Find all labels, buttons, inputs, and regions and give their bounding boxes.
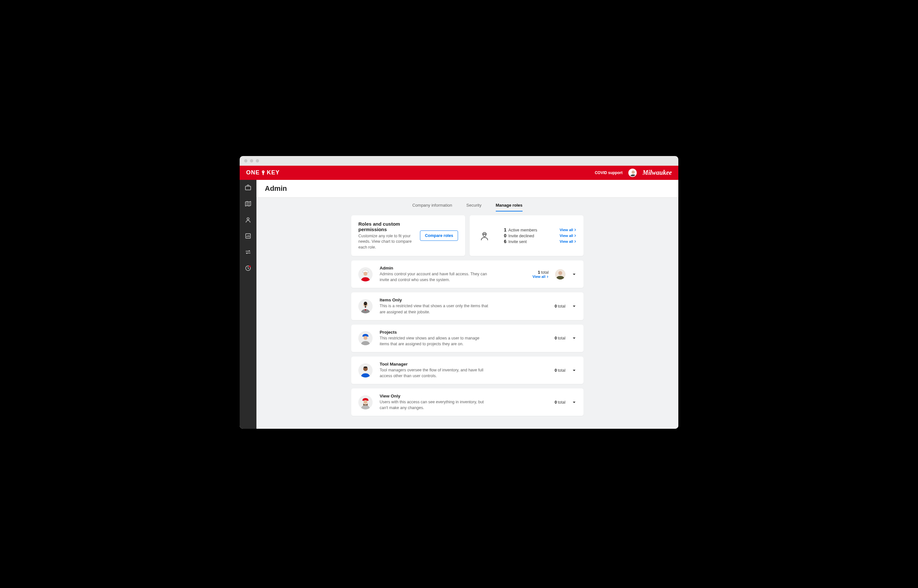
role-title: Admin xyxy=(380,266,525,270)
svg-point-10 xyxy=(559,271,562,275)
roles-permissions-heading: Roles and custom permissions xyxy=(358,221,415,232)
role-card-admin[interactable]: Admin Admins control your account and ha… xyxy=(351,260,583,288)
stat-count: 0 xyxy=(502,233,507,238)
topbar-right: COVID support Milwaukee xyxy=(595,169,672,177)
key-icon xyxy=(260,170,266,176)
role-body: Projects This restricted view shows and … xyxy=(380,330,547,347)
role-desc: Users with this access can see everythin… xyxy=(380,399,489,411)
role-card-projects[interactable]: Projects This restricted view shows and … xyxy=(351,325,583,352)
view-all-link[interactable]: View all xyxy=(560,239,576,243)
window-dot-minimize[interactable] xyxy=(250,159,253,163)
role-avatar-icon xyxy=(358,331,372,345)
stat-invite-sent: 6 Invite sent View all xyxy=(502,239,576,244)
partner-brand-logo[interactable]: Milwaukee xyxy=(643,169,672,176)
chevron-down-icon[interactable] xyxy=(572,400,576,405)
tab-manage-roles[interactable]: Manage roles xyxy=(496,203,523,212)
svg-point-5 xyxy=(249,265,251,267)
transfer-icon[interactable] xyxy=(244,248,252,256)
reports-icon[interactable] xyxy=(244,232,252,240)
chevron-down-icon[interactable] xyxy=(572,368,576,373)
tabs: Company information Security Manage role… xyxy=(256,198,678,212)
role-desc: Admins control your account and have ful… xyxy=(380,271,489,283)
role-title: Items Only xyxy=(380,297,547,302)
role-body: Admin Admins control your account and ha… xyxy=(380,266,525,283)
brand-right: KEY xyxy=(267,169,280,176)
role-total: 1total View all xyxy=(533,270,549,278)
chevron-down-icon[interactable] xyxy=(572,272,576,276)
covid-support-link[interactable]: COVID support xyxy=(595,171,623,175)
view-all-link[interactable]: View all xyxy=(560,228,576,232)
app-window: ONE KEY COVID support Milwaukee xyxy=(240,166,678,429)
stat-active-members: 1 Active members View all xyxy=(502,227,576,233)
browser-chrome xyxy=(240,156,678,166)
chevron-down-icon[interactable] xyxy=(572,336,576,341)
role-right: 0total xyxy=(554,336,576,341)
roles-permissions-card: Roles and custom permissions Customize a… xyxy=(351,215,465,256)
person-icon[interactable] xyxy=(244,216,252,224)
svg-point-15 xyxy=(364,336,368,340)
user-avatar[interactable] xyxy=(628,169,637,177)
device-frame: ONE KEY COVID support Milwaukee xyxy=(233,150,685,439)
role-right: 1total View all xyxy=(533,269,576,279)
content-column: Roles and custom permissions Customize a… xyxy=(351,212,583,429)
summary-row: Roles and custom permissions Customize a… xyxy=(351,215,583,256)
role-card-tool-manager[interactable]: Tool Manager Tool managers oversee the f… xyxy=(351,357,583,384)
window-dot-maximize[interactable] xyxy=(256,159,259,163)
svg-point-19 xyxy=(364,400,368,404)
role-title: Projects xyxy=(380,330,547,334)
role-avatar-icon xyxy=(358,299,372,313)
alert-clock-icon[interactable] xyxy=(244,264,252,272)
role-body: Tool Manager Tool managers oversee the f… xyxy=(380,362,547,379)
main-area: Admin Company information Security Manag… xyxy=(256,180,678,429)
shell: Admin Company information Security Manag… xyxy=(240,180,678,429)
role-card-items-only[interactable]: Items Only This is a restricted view tha… xyxy=(351,292,583,320)
stat-label: Invite sent xyxy=(508,239,527,244)
stat-count: 6 xyxy=(502,239,507,244)
chevron-down-icon[interactable] xyxy=(572,304,576,309)
brand-left: ONE xyxy=(246,169,260,176)
stat-invite-declined: 0 Invite declined View all xyxy=(502,233,576,238)
role-avatar-icon xyxy=(358,267,372,281)
role-body: View Only Users with this access can see… xyxy=(380,394,547,411)
stat-label: Invite declined xyxy=(508,234,534,238)
brand-logo: ONE KEY xyxy=(246,169,280,176)
role-desc: This restricted view shows and allows a … xyxy=(380,335,489,347)
member-stats-card: 1 Active members View all 0 Invite decli… xyxy=(470,215,583,256)
role-body: Items Only This is a restricted view tha… xyxy=(380,297,547,315)
page-header: Admin xyxy=(256,180,678,198)
svg-point-0 xyxy=(631,171,635,174)
svg-rect-1 xyxy=(246,186,251,190)
brand-area[interactable]: ONE KEY xyxy=(246,169,280,176)
role-right: 0total xyxy=(554,368,576,373)
tab-security[interactable]: Security xyxy=(466,203,482,212)
role-right: 0total xyxy=(554,304,576,309)
role-avatar-icon xyxy=(358,363,372,378)
topbar: ONE KEY COVID support Milwaukee xyxy=(240,166,678,180)
role-desc: Tool managers oversee the flow of invent… xyxy=(380,367,489,379)
member-avatar[interactable] xyxy=(555,269,565,279)
worker-icon xyxy=(477,230,492,241)
role-title: Tool Manager xyxy=(380,362,547,367)
roles-permissions-text: Roles and custom permissions Customize a… xyxy=(358,221,415,250)
svg-point-8 xyxy=(364,272,368,276)
svg-point-2 xyxy=(247,218,249,220)
role-title: View Only xyxy=(380,394,547,399)
role-total: 0total xyxy=(554,304,565,309)
role-total: 0total xyxy=(554,368,565,373)
view-all-link[interactable]: View all xyxy=(560,234,576,237)
tab-company-information[interactable]: Company information xyxy=(412,203,452,212)
window-dot-close[interactable] xyxy=(244,159,248,163)
role-card-view-only[interactable]: View Only Users with this access can see… xyxy=(351,388,583,416)
role-right: 0total xyxy=(554,400,576,405)
map-pin-icon[interactable] xyxy=(244,200,252,208)
stat-lines: 1 Active members View all 0 Invite decli… xyxy=(502,227,576,244)
role-avatar-icon xyxy=(358,395,372,409)
compare-roles-button[interactable]: Compare roles xyxy=(420,231,458,241)
page-title: Admin xyxy=(265,184,670,193)
briefcase-icon[interactable] xyxy=(244,184,252,192)
role-total: 0total xyxy=(554,336,565,341)
stat-count: 1 xyxy=(502,227,507,233)
role-desc: This is a restricted view that shows a u… xyxy=(380,303,489,315)
role-view-all-link[interactable]: View all xyxy=(533,275,549,278)
stat-label: Active members xyxy=(508,228,538,233)
